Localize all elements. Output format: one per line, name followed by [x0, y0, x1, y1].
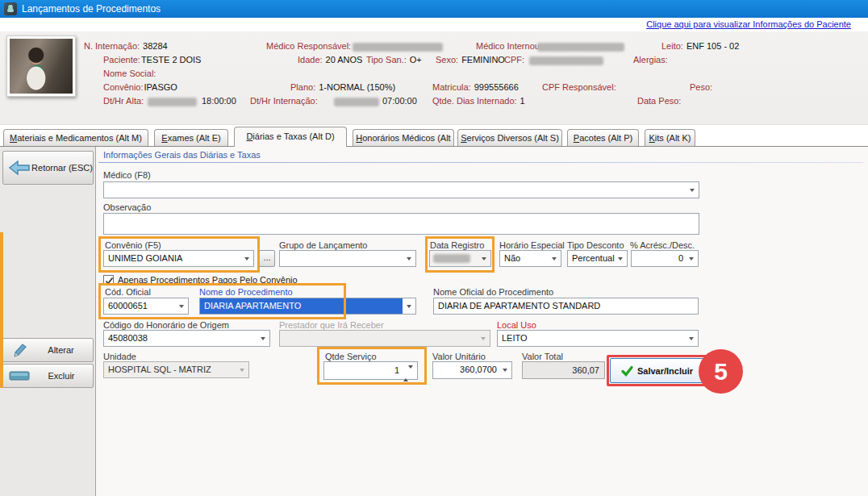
excluir-button[interactable]: Excluir	[2, 364, 94, 388]
salvar-incluir-button[interactable]: Salvar/Incluir	[610, 358, 704, 383]
field-label: Data Peso:	[637, 96, 681, 106]
field-matricula: Matricula:999555666	[432, 82, 519, 92]
window-title: Lançamentos de Procedimentos	[22, 0, 161, 18]
retornar-button[interactable]: Retornar (ESC)	[2, 151, 94, 185]
field-dthr-internacao-time: 07:00:00	[382, 96, 417, 106]
field-medico-internou: Médico Internou	[476, 41, 540, 51]
combo-value: UNIMED GOIANIA	[108, 253, 182, 263]
local-uso-select[interactable]: LEITO	[497, 330, 699, 347]
field-nome-social: Nome Social:	[103, 69, 156, 78]
convenio-select[interactable]: UNIMED GOIANIA	[103, 250, 254, 267]
field-label: Paciente:	[103, 55, 140, 65]
tipo-desconto-select[interactable]: Percentual	[567, 250, 628, 267]
grupo-lancamento-label: Grupo de Lançamento	[279, 240, 367, 250]
redacted-data-internacao	[334, 98, 379, 106]
grupo-lancamento-select[interactable]	[279, 250, 416, 267]
dropdown-arrow-icon	[552, 257, 557, 261]
field-tipo-sanguineo: Tipo San.:O+	[366, 55, 422, 65]
field-idade: Idade:20 ANOS	[298, 55, 362, 65]
local-uso-label: Local Uso	[497, 320, 536, 330]
nome-procedimento-select[interactable]: DIARIA APARTAMENTO	[199, 298, 416, 315]
patient-photo	[6, 35, 76, 97]
redacted-cpf	[529, 56, 603, 65]
field-n-internacao: N. Internação:38284	[84, 41, 168, 51]
dropdown-arrow-icon	[407, 305, 411, 308]
redacted-data-registro	[433, 254, 470, 263]
acresc-desc-select[interactable]: 0	[631, 250, 699, 267]
combo-value: HOSPITAL SQL - MATRIZ	[108, 365, 211, 374]
nome-oficial-input[interactable]: DIARIA DE APARTAMENTO STANDARD	[433, 298, 699, 315]
tab-materiais-medicamentos[interactable]: Materiais e Medicamentos (Alt M)	[3, 129, 148, 146]
field-label: Leito:	[661, 41, 683, 51]
field-leito: Leito:ENF 105 - 02	[661, 41, 739, 51]
field-label: Matricula:	[432, 82, 471, 92]
tab-label: erviços Diversos (Alt S)	[467, 133, 559, 143]
tab-diarias-taxas[interactable]: Diárias e Taxas (Alt D)	[234, 127, 347, 147]
field-qtde-dias: Qtde. Dias Internado:1	[432, 96, 525, 106]
left-sidebar	[0, 147, 96, 496]
medico-label: Médico (F8)	[103, 170, 151, 180]
data-registro-select[interactable]	[429, 250, 491, 267]
tab-honorarios-medicos[interactable]: Honorários Médicos (Alt H)	[353, 129, 454, 146]
observacao-label: Observação	[103, 202, 151, 212]
app-icon	[4, 2, 17, 15]
apenas-pagos-checkbox[interactable]	[103, 275, 114, 286]
button-label: Alterar	[29, 345, 93, 355]
field-label: Peso:	[690, 82, 712, 92]
tab-exames[interactable]: Exames (Alt E)	[154, 129, 228, 146]
tab-pacotes[interactable]: Pacotes (Alt P)	[567, 129, 639, 146]
field-dthr-alta: Dt/Hr Alta:	[103, 96, 144, 106]
field-label: Nome Social:	[103, 69, 156, 78]
dropdown-arrow-icon	[244, 257, 249, 261]
field-value: 1-NORMAL (150%)	[319, 82, 395, 92]
button-label: Salvar/Incluir	[637, 366, 693, 376]
dropdown-arrow-icon	[503, 369, 507, 372]
procedures-window: Lançamentos de Procedimentos Clique aqui…	[0, 0, 868, 496]
pencil-icon	[10, 342, 29, 358]
field-value: 07:00:00	[382, 96, 417, 106]
field-label: CPF Responsável:	[542, 82, 616, 92]
patient-info-link[interactable]: Clique aqui para visualizar Informações …	[646, 19, 851, 29]
horario-especial-select[interactable]: Não	[499, 250, 561, 267]
redacted-data-alta	[148, 98, 197, 106]
nome-procedimento-label: Nome do Procedimento	[199, 287, 293, 297]
cod-honorario-select[interactable]: 45080038	[103, 330, 270, 347]
tab-label: xames (Alt E)	[168, 133, 221, 143]
dropdown-arrow-icon	[689, 337, 694, 340]
tab-label: iárias e Taxas (Alt D)	[252, 131, 334, 141]
qtde-servico-label: Qtde Serviço	[325, 352, 377, 361]
tab-label: its (Alt K)	[655, 133, 691, 143]
tab-kits[interactable]: Kits (Alt K)	[645, 129, 695, 146]
field-label: Idade:	[298, 55, 323, 65]
stepper-value: 1	[394, 365, 399, 375]
tab-label: K	[649, 133, 655, 143]
title-bar: Lançamentos de Procedimentos	[0, 0, 868, 18]
combo-value: 45080038	[108, 333, 148, 343]
tab-label: S	[461, 133, 466, 143]
arrow-left-icon	[7, 160, 31, 176]
field-data-peso: Data Peso:	[637, 96, 681, 106]
field-value: 38284	[143, 41, 168, 51]
dropdown-arrow-icon	[179, 305, 184, 308]
valor-unitario-select[interactable]: 360,0700	[432, 361, 512, 379]
field-label: Dt/Hr Internação:	[250, 96, 318, 106]
field-value: 18:00:00	[202, 96, 236, 106]
medico-select[interactable]	[103, 181, 699, 198]
browse-convenio-button[interactable]: ...	[259, 250, 275, 267]
observacao-input[interactable]	[103, 213, 699, 235]
dropdown-arrow-icon	[261, 337, 265, 340]
annotation-edge-strip	[0, 232, 3, 388]
dropdown-arrow-icon	[481, 337, 486, 340]
qtde-servico-stepper[interactable]: 1	[323, 361, 418, 380]
field-label: Qtde. Dias Internado:	[432, 96, 517, 106]
valor-total-field: 360,07	[522, 361, 605, 379]
tab-servicos-diversos[interactable]: Serviços Diversos (Alt S)	[457, 129, 562, 146]
alterar-button[interactable]: Alterar	[2, 338, 94, 362]
combo-value: Não	[504, 253, 520, 263]
tab-label: M	[10, 133, 17, 143]
link-row: Clique aqui para visualizar Informações …	[0, 18, 868, 31]
field-medico-responsavel: Médico Responsável:	[266, 41, 351, 51]
redacted-medico-responsavel	[353, 43, 443, 52]
field-label: Tipo San.:	[366, 55, 407, 65]
cod-oficial-select[interactable]: 60000651	[103, 298, 189, 315]
